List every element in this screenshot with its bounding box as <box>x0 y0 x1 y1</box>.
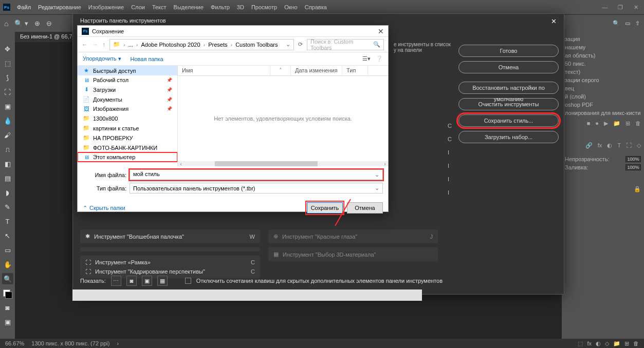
stamp-tool[interactable]: ⎍ <box>2 144 13 155</box>
zoom-tool[interactable]: 🔍 <box>2 273 13 284</box>
extra-tool-row[interactable]: ▦Инструмент "Выбор 3D-материала" <box>271 249 435 259</box>
menu-выделение[interactable]: Выделение <box>170 2 207 12</box>
new-folder-button[interactable]: Новая папка <box>131 56 163 62</box>
menu-окно[interactable]: Окно <box>281 2 301 12</box>
frame-tool[interactable]: ▣ <box>2 101 13 112</box>
show-mode-1[interactable]: ⋯ <box>111 276 121 286</box>
minimize-button[interactable]: — <box>600 4 610 11</box>
tree-item[interactable]: 📄Документы📌 <box>78 94 177 104</box>
sb-icon7[interactable]: 🗑 <box>633 340 639 347</box>
sb-icon2[interactable]: fx <box>587 340 592 347</box>
new-icon[interactable]: ⊞ <box>625 120 630 127</box>
cancel-button[interactable]: Отмена <box>458 61 559 73</box>
lasso-tool[interactable]: ⟆ <box>2 72 13 83</box>
tree-item[interactable]: 🖥Рабочий стол📌 <box>78 75 177 85</box>
show-mode-4[interactable]: ▦ <box>157 276 168 286</box>
tree-item[interactable]: 🖥Этот компьютер <box>78 152 177 162</box>
show-mode-3[interactable]: ▣ <box>142 276 152 286</box>
move-tool[interactable]: ✥ <box>2 43 13 54</box>
organize-menu[interactable]: Упорядочить ▾ <box>83 55 121 62</box>
nav-forward-button[interactable]: → <box>92 41 98 48</box>
close-button[interactable]: ✕ <box>631 4 641 11</box>
menu-текст[interactable]: Текст <box>149 2 170 12</box>
filename-input[interactable]: мой стиль ⌄ <box>130 169 383 180</box>
disable-shortcuts-checkbox[interactable] <box>185 278 191 284</box>
cancel-save-button[interactable]: Отмена <box>347 202 383 214</box>
sb-icon6[interactable]: ⊞ <box>624 340 629 347</box>
shape-tool[interactable]: ▭ <box>2 244 13 256</box>
menu-фильтр[interactable]: Фильтр <box>207 2 233 12</box>
save-button[interactable]: Сохранить <box>307 202 343 214</box>
share-icon[interactable]: ⇪ <box>635 20 640 27</box>
zoom-level[interactable]: 66.67% <box>5 340 24 346</box>
restore-defaults-button[interactable]: Восстановить настройки по умолчанию <box>458 82 559 94</box>
blur-tool[interactable]: ◗ <box>2 187 13 198</box>
extra-tool-row[interactable]: ⊕Инструмент "Красные глаза"J <box>271 231 435 241</box>
hide-folders-button[interactable]: ⌃Скрыть папки <box>83 205 125 211</box>
navigation-tree[interactable]: ★Быстрый доступ🖥Рабочий стол📌⬇Загрузки📌📄… <box>78 66 178 166</box>
search-field[interactable]: Поиск в: Custom Toolbars🔍 <box>307 39 384 50</box>
tree-item[interactable]: 📁картинки к статье <box>78 123 177 133</box>
opacity-field[interactable] <box>625 156 641 162</box>
fill-field[interactable] <box>625 164 641 170</box>
col-name[interactable]: Имя <box>178 66 270 75</box>
tool-row[interactable]: ⛶Инструмент "Кадрирование перспективы"C <box>83 267 257 276</box>
gradient-tool[interactable]: ▤ <box>2 172 13 184</box>
tree-item[interactable]: 📁ФОТО-БАНК-КАРТИНКИ <box>78 143 177 152</box>
tool-row[interactable]: ✱Инструмент "Волшебная палочка"W <box>83 231 257 241</box>
horizontal-scrollbar[interactable]: ‹› <box>178 161 388 166</box>
marquee-tool[interactable]: ⬚ <box>2 57 13 69</box>
menu-3d[interactable]: 3D <box>233 2 248 12</box>
view-mode-button[interactable]: ☰▾ <box>362 55 371 62</box>
eraser-tool[interactable]: ◧ <box>2 158 13 169</box>
status-chevron[interactable]: › <box>117 340 119 346</box>
refresh-button[interactable]: ⟳ <box>298 41 303 48</box>
tree-item[interactable]: ⬇Загрузки📌 <box>78 85 177 94</box>
restore-button[interactable]: ❐ <box>615 4 625 11</box>
brush-tool[interactable]: 🖌 <box>2 129 13 141</box>
rec-icon[interactable]: ● <box>595 120 599 127</box>
folder-icon[interactable]: 📁 <box>613 120 620 127</box>
done-button[interactable]: Готово <box>458 45 559 57</box>
screenmode-tool[interactable]: ▣ <box>2 316 13 327</box>
frame-panel-icon[interactable]: ⛶ <box>626 142 632 149</box>
zoom-tool-icon[interactable]: 🔍 ▾ <box>14 20 28 27</box>
pen-tool[interactable]: ✎ <box>2 201 13 212</box>
mask-icon[interactable]: ◐ <box>607 142 612 149</box>
tree-item[interactable]: 🖼Изображения📌 <box>78 104 177 113</box>
play-icon[interactable]: ■ <box>587 120 591 127</box>
crop-tool[interactable]: ⛶ <box>2 86 13 98</box>
color-swatch[interactable] <box>3 289 12 299</box>
zoom-out-icon[interactable]: ⊖ <box>46 20 52 27</box>
menu-файл[interactable]: Файл <box>13 2 34 12</box>
zoom-in-icon[interactable]: ⊕ <box>34 20 40 27</box>
search-icon[interactable]: 🔍 <box>613 20 620 27</box>
sb-icon4[interactable]: ◇ <box>605 340 609 347</box>
home-icon[interactable]: ⌂ <box>4 20 8 28</box>
show-mode-2[interactable]: ◙ <box>126 276 137 286</box>
breadcrumb[interactable]: 📁 › ...› Adobe Photoshop 2020› Presets› … <box>109 39 294 50</box>
sb-icon3[interactable]: ◐ <box>596 340 601 347</box>
type-tool[interactable]: T <box>2 216 13 227</box>
help-button[interactable]: ❔ <box>376 55 383 62</box>
save-close-button[interactable]: ✕ <box>378 27 384 35</box>
menu-справка[interactable]: Справка <box>301 2 330 12</box>
menu-редактирование[interactable]: Редактирование <box>34 2 85 12</box>
sb-icon[interactable]: ⬚ <box>578 340 583 347</box>
path-panel-icon[interactable]: ◇ <box>637 142 641 149</box>
col-date[interactable]: Дата изменения <box>291 66 342 75</box>
menu-изображение[interactable]: Изображение <box>85 2 127 12</box>
dialog-close-button[interactable]: ✕ <box>551 17 557 26</box>
type-panel-icon[interactable]: T <box>617 142 621 149</box>
save-style-button[interactable]: Сохранить стиль... <box>458 114 559 127</box>
nav-up-button[interactable]: ↑ <box>102 41 105 48</box>
hand-tool[interactable]: ✋ <box>2 259 13 270</box>
file-list[interactable]: Имя ˄ Дата изменения Тип Нет элементов, … <box>178 66 388 166</box>
play2-icon[interactable]: ▶ <box>604 120 608 127</box>
path-tool[interactable]: ↖ <box>2 230 13 241</box>
tree-item[interactable]: ★Быстрый доступ <box>78 66 177 75</box>
trash-icon[interactable]: 🗑 <box>635 120 641 127</box>
clear-tools-button[interactable]: Очистить инструменты <box>458 98 559 110</box>
link-icon[interactable]: 🔗 <box>585 142 593 149</box>
col-type[interactable]: Тип <box>342 66 368 75</box>
